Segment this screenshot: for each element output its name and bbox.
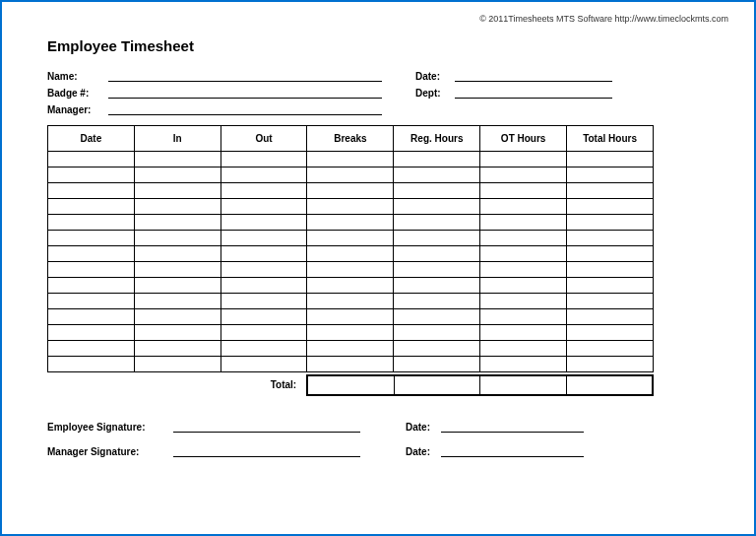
table-cell[interactable] — [567, 357, 654, 372]
table-cell[interactable] — [134, 357, 220, 372]
table-cell[interactable] — [220, 231, 307, 246]
manager-signature-field[interactable] — [173, 444, 360, 457]
table-cell[interactable] — [394, 341, 480, 357]
table-cell[interactable] — [480, 215, 567, 231]
table-cell[interactable] — [220, 152, 307, 168]
total-breaks[interactable] — [308, 376, 394, 394]
table-cell[interactable] — [307, 341, 394, 357]
table-cell[interactable] — [480, 278, 567, 294]
table-cell[interactable] — [480, 309, 567, 325]
table-cell[interactable] — [48, 231, 135, 246]
table-cell[interactable] — [48, 325, 135, 341]
table-cell[interactable] — [567, 231, 654, 246]
table-cell[interactable] — [480, 152, 567, 168]
table-cell[interactable] — [394, 309, 480, 325]
total-reg-hours[interactable] — [395, 376, 480, 394]
table-cell[interactable] — [480, 262, 567, 278]
table-cell[interactable] — [394, 168, 480, 183]
table-cell[interactable] — [307, 152, 394, 168]
table-cell[interactable] — [567, 168, 654, 183]
table-cell[interactable] — [220, 325, 307, 341]
table-cell[interactable] — [48, 294, 135, 309]
table-cell[interactable] — [480, 294, 567, 309]
table-cell[interactable] — [394, 325, 480, 341]
manager-field[interactable] — [108, 101, 382, 115]
table-cell[interactable] — [134, 215, 220, 231]
table-cell[interactable] — [134, 152, 220, 168]
total-total-hours[interactable] — [567, 376, 652, 394]
table-cell[interactable] — [48, 278, 135, 294]
table-cell[interactable] — [220, 262, 307, 278]
table-cell[interactable] — [394, 183, 480, 199]
table-cell[interactable] — [567, 262, 654, 278]
table-cell[interactable] — [480, 168, 567, 183]
table-cell[interactable] — [567, 199, 654, 215]
table-cell[interactable] — [567, 152, 654, 168]
table-cell[interactable] — [134, 325, 220, 341]
table-cell[interactable] — [48, 246, 135, 262]
table-cell[interactable] — [307, 168, 394, 183]
table-cell[interactable] — [480, 183, 567, 199]
table-cell[interactable] — [567, 341, 654, 357]
table-cell[interactable] — [220, 246, 307, 262]
table-cell[interactable] — [307, 325, 394, 341]
name-field[interactable] — [108, 68, 382, 82]
table-cell[interactable] — [220, 183, 307, 199]
table-cell[interactable] — [134, 168, 220, 183]
table-cell[interactable] — [134, 278, 220, 294]
table-cell[interactable] — [134, 246, 220, 262]
table-cell[interactable] — [220, 168, 307, 183]
employee-signature-field[interactable] — [173, 420, 360, 433]
table-cell[interactable] — [220, 199, 307, 215]
table-cell[interactable] — [567, 183, 654, 199]
table-cell[interactable] — [134, 341, 220, 357]
table-cell[interactable] — [307, 183, 394, 199]
table-cell[interactable] — [567, 278, 654, 294]
table-cell[interactable] — [48, 215, 135, 231]
table-cell[interactable] — [220, 309, 307, 325]
table-cell[interactable] — [567, 294, 654, 309]
table-cell[interactable] — [134, 262, 220, 278]
table-cell[interactable] — [220, 278, 307, 294]
table-cell[interactable] — [48, 199, 135, 215]
total-ot-hours[interactable] — [480, 376, 566, 394]
table-cell[interactable] — [394, 357, 480, 372]
badge-field[interactable] — [108, 85, 382, 99]
date-field[interactable] — [455, 68, 612, 82]
table-cell[interactable] — [394, 231, 480, 246]
table-cell[interactable] — [307, 309, 394, 325]
table-cell[interactable] — [567, 246, 654, 262]
table-cell[interactable] — [220, 357, 307, 372]
table-cell[interactable] — [394, 294, 480, 309]
table-cell[interactable] — [567, 215, 654, 231]
table-cell[interactable] — [307, 262, 394, 278]
table-cell[interactable] — [48, 341, 135, 357]
table-cell[interactable] — [307, 294, 394, 309]
table-cell[interactable] — [394, 278, 480, 294]
table-cell[interactable] — [48, 309, 135, 325]
table-cell[interactable] — [394, 246, 480, 262]
employee-sig-date-field[interactable] — [441, 420, 584, 433]
dept-field[interactable] — [455, 85, 612, 99]
table-cell[interactable] — [220, 341, 307, 357]
table-cell[interactable] — [48, 152, 135, 168]
table-cell[interactable] — [480, 357, 567, 372]
table-cell[interactable] — [220, 215, 307, 231]
table-cell[interactable] — [307, 278, 394, 294]
table-cell[interactable] — [480, 199, 567, 215]
table-cell[interactable] — [480, 231, 567, 246]
table-cell[interactable] — [307, 246, 394, 262]
table-cell[interactable] — [48, 168, 135, 183]
table-cell[interactable] — [134, 199, 220, 215]
table-cell[interactable] — [480, 246, 567, 262]
table-cell[interactable] — [307, 199, 394, 215]
table-cell[interactable] — [394, 199, 480, 215]
table-cell[interactable] — [134, 183, 220, 199]
table-cell[interactable] — [48, 183, 135, 199]
table-cell[interactable] — [394, 152, 480, 168]
table-cell[interactable] — [307, 357, 394, 372]
table-cell[interactable] — [48, 357, 135, 372]
table-cell[interactable] — [48, 262, 135, 278]
table-cell[interactable] — [134, 231, 220, 246]
table-cell[interactable] — [307, 215, 394, 231]
